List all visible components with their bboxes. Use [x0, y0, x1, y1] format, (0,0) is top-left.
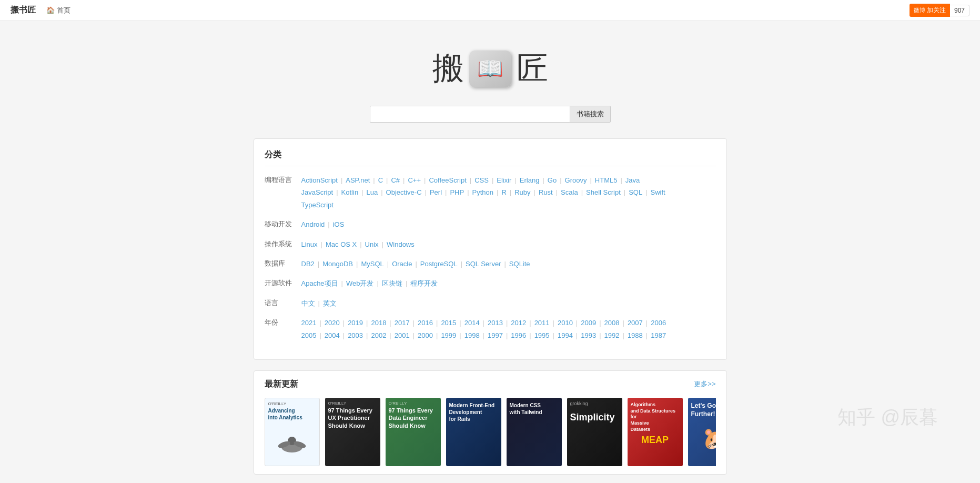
year-2017[interactable]: 2017 [395, 317, 410, 329]
year-2012[interactable]: 2012 [511, 317, 526, 329]
lang-aspnet[interactable]: ASP.net [346, 174, 370, 186]
lang-ruby[interactable]: Ruby [514, 186, 530, 198]
lang-shellscript[interactable]: Shell Script [586, 186, 621, 198]
book-item-5[interactable]: Modern CSSwith Tailwind [507, 398, 562, 466]
year-2005[interactable]: 2005 [301, 329, 317, 341]
year-1999[interactable]: 1999 [441, 329, 456, 341]
year-2002[interactable]: 2002 [371, 329, 386, 341]
search-button[interactable]: 书籍搜索 [570, 106, 611, 123]
search-input[interactable] [370, 106, 570, 123]
lang-java[interactable]: Java [625, 174, 640, 186]
year-2008[interactable]: 2008 [604, 317, 620, 329]
year-2013[interactable]: 2013 [488, 317, 503, 329]
site-name: 搬书匠 [11, 5, 36, 16]
year-1993[interactable]: 1993 [581, 329, 596, 341]
logo-char2: 匠 [517, 47, 548, 90]
db-postgresql[interactable]: PostgreSQL [420, 258, 458, 270]
year-1997[interactable]: 1997 [488, 329, 503, 341]
db-mysql[interactable]: MySQL [361, 258, 383, 270]
year-2016[interactable]: 2016 [418, 317, 433, 329]
lang-csharp[interactable]: C# [391, 174, 400, 186]
year-1994[interactable]: 1994 [558, 329, 573, 341]
lang-erlang[interactable]: Erlang [520, 174, 540, 186]
oss-blockchain[interactable]: 区块链 [382, 277, 402, 289]
lang-cpp[interactable]: C++ [408, 174, 421, 186]
lang-chinese[interactable]: 中文 [301, 297, 315, 309]
oss-progdev[interactable]: 程序开发 [410, 277, 438, 289]
lang-lua[interactable]: Lua [367, 186, 378, 198]
book-cover-3: O'REILLY 97 Things EveryData EngineerSho… [386, 398, 441, 466]
year-1998[interactable]: 1998 [464, 329, 480, 341]
os-windows[interactable]: Windows [387, 238, 415, 250]
year-2007[interactable]: 2007 [628, 317, 643, 329]
book-item-1[interactable]: O'REILLY Advancinginto Analytics [265, 398, 320, 466]
os-macosx[interactable]: Mac OS X [326, 238, 357, 250]
lang-go[interactable]: Go [548, 174, 557, 186]
book-title-5: Modern CSSwith Tailwind [510, 402, 542, 416]
latest-title: 最新更新 [265, 379, 298, 390]
lang-english[interactable]: 英文 [323, 297, 337, 309]
lang-elixir[interactable]: Elixir [497, 174, 511, 186]
category-label-language: 语言 [265, 297, 301, 308]
book-item-3[interactable]: O'REILLY 97 Things EveryData EngineerSho… [386, 398, 441, 466]
year-2010[interactable]: 2010 [558, 317, 573, 329]
year-2020[interactable]: 2020 [325, 317, 340, 329]
lang-coffeescript[interactable]: CoffeeScript [429, 174, 466, 186]
lang-sql[interactable]: SQL [629, 186, 642, 198]
mobile-android[interactable]: Android [301, 218, 325, 230]
more-link[interactable]: 更多>> [694, 379, 715, 389]
year-2019[interactable]: 2019 [348, 317, 363, 329]
book-item-2[interactable]: O'REILLY 97 Things EveryUX PractitionerS… [325, 398, 380, 466]
follow-button[interactable]: 微博 加关注 [910, 4, 950, 17]
db-db2[interactable]: DB2 [301, 258, 315, 270]
year-1988[interactable]: 1988 [628, 329, 643, 341]
year-1992[interactable]: 1992 [604, 329, 620, 341]
lang-r[interactable]: R [501, 186, 506, 198]
year-2015[interactable]: 2015 [441, 317, 456, 329]
year-2004[interactable]: 2004 [325, 329, 340, 341]
db-sqlite[interactable]: SQLite [509, 258, 530, 270]
year-2000[interactable]: 2000 [418, 329, 433, 341]
year-2018[interactable]: 2018 [371, 317, 386, 329]
lang-kotlin[interactable]: Kotlin [341, 186, 359, 198]
year-2001[interactable]: 2001 [395, 329, 410, 341]
db-oracle[interactable]: Oracle [392, 258, 412, 270]
year-1987[interactable]: 1987 [651, 329, 666, 341]
lang-python[interactable]: Python [472, 186, 493, 198]
os-unix[interactable]: Unix [365, 238, 379, 250]
lang-html5[interactable]: HTML5 [595, 174, 618, 186]
lang-swift[interactable]: Swift [651, 186, 665, 198]
lang-objectivec[interactable]: Objective-C [386, 186, 422, 198]
year-2006[interactable]: 2006 [651, 317, 666, 329]
book-item-6[interactable]: grokking Simplicity [567, 398, 622, 466]
lang-groovy[interactable]: Groovy [565, 174, 587, 186]
year-1995[interactable]: 1995 [534, 329, 550, 341]
year-2003[interactable]: 2003 [348, 329, 363, 341]
year-2011[interactable]: 2011 [534, 317, 550, 329]
oss-apache[interactable]: Apache项目 [301, 277, 338, 289]
year-1996[interactable]: 1996 [511, 329, 526, 341]
year-2021[interactable]: 2021 [301, 317, 317, 329]
book-item-8[interactable]: Let's Go Further! 🐹 [688, 398, 716, 466]
os-linux[interactable]: Linux [301, 238, 318, 250]
lang-typescript[interactable]: TypeScript [301, 199, 334, 211]
category-label-opensource: 开源软件 [265, 277, 301, 288]
lang-scala[interactable]: Scala [561, 186, 578, 198]
home-link[interactable]: 🏠 首页 [46, 6, 70, 15]
lang-javascript[interactable]: JavaScript [301, 186, 334, 198]
db-sqlserver[interactable]: SQL Server [466, 258, 501, 270]
lang-c[interactable]: C [378, 174, 383, 186]
lang-actionscript[interactable]: ActionScript [301, 174, 338, 186]
lang-css[interactable]: CSS [474, 174, 489, 186]
book-item-7[interactable]: Algorithmsand Data StructuresforMassiveD… [628, 398, 683, 466]
lang-rust[interactable]: Rust [539, 186, 553, 198]
lang-perl[interactable]: Perl [430, 186, 442, 198]
book-item-4[interactable]: Modern Front-EndDevelopmentfor Rails [446, 398, 501, 466]
db-mongodb[interactable]: MongoDB [322, 258, 353, 270]
lang-php[interactable]: PHP [450, 186, 464, 198]
oss-webdev[interactable]: Web开发 [346, 277, 374, 289]
mobile-ios[interactable]: iOS [333, 218, 345, 230]
year-2009[interactable]: 2009 [581, 317, 596, 329]
bird-illustration [276, 426, 308, 455]
year-2014[interactable]: 2014 [464, 317, 480, 329]
